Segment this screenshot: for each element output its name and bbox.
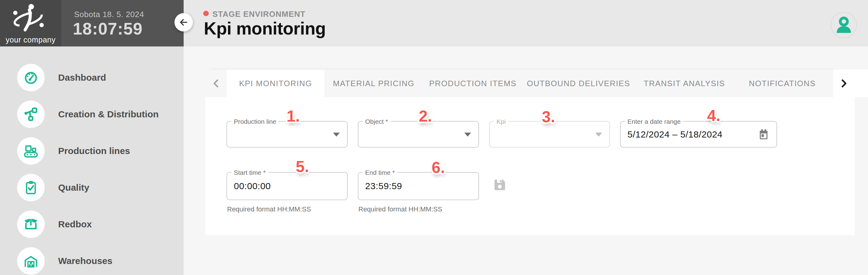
- clock-block: Sobota 18. 5. 2024 18:07:59: [61, 0, 184, 46]
- save-button[interactable]: [493, 178, 507, 192]
- tabs-scroll-left-button[interactable]: [205, 70, 227, 97]
- person-icon: [834, 15, 853, 35]
- company-logo-icon: [9, 2, 52, 34]
- tabs-scroll-right-button[interactable]: [833, 70, 868, 97]
- kpi-monitoring-screen: your company Sobota 18. 5. 2024 18:07:59…: [0, 0, 868, 275]
- sidebar-item-label: Quality: [58, 174, 89, 202]
- annotation-2: 2.: [419, 107, 432, 125]
- chevron-right-icon: [840, 78, 848, 89]
- annotation-6: 6.: [432, 158, 445, 177]
- arrow-left-icon: [179, 17, 189, 28]
- current-date: Sobota 18. 5. 2024: [74, 10, 144, 19]
- sidebar-item-label: Redbox: [58, 210, 92, 238]
- save-icon: [493, 178, 507, 192]
- user-avatar-button[interactable]: [831, 12, 857, 38]
- tab-strip: KPI MONITORING MATERIAL PRICING PRODUCTI…: [205, 70, 833, 97]
- quality-icon: [17, 174, 45, 201]
- chevron-left-icon: [212, 78, 220, 89]
- annotation-1: 1.: [286, 107, 300, 125]
- logo-block: your company: [0, 0, 61, 46]
- dropdown-arrow-icon: [333, 133, 340, 137]
- sidebar-item-production-lines[interactable]: Production lines: [0, 137, 184, 165]
- environment-label: STAGE ENVIRONMENT: [212, 9, 306, 19]
- calendar-icon[interactable]: [757, 128, 770, 141]
- creation-distribution-icon: [17, 101, 45, 128]
- date-range-field[interactable]: Enter a date range 5/12/2024 – 5/18/2024: [620, 121, 777, 147]
- object-select[interactable]: Object *: [358, 121, 479, 147]
- start-time-hint: Required format HH:MM:SS: [227, 205, 311, 213]
- annotation-5: 5.: [296, 158, 309, 176]
- date-range-value: 5/12/2024 – 5/18/2024: [627, 122, 723, 147]
- warehouses-icon: [17, 247, 45, 275]
- page-title: Kpi monitoring: [204, 18, 326, 38]
- dashboard-icon: [17, 64, 45, 91]
- sidebar-item-warehouses[interactable]: Warehouses: [0, 247, 184, 275]
- start-time-value: 00:00:00: [234, 173, 271, 200]
- dropdown-arrow-icon: [464, 133, 471, 137]
- redbox-icon: [17, 210, 45, 238]
- sidebar-item-label: Production lines: [58, 137, 130, 165]
- production-line-label: Production line: [231, 118, 279, 125]
- tab-kpi-monitoring[interactable]: KPI MONITORING: [227, 70, 324, 97]
- end-time-hint: Required format HH:MM:SS: [359, 205, 442, 213]
- sidebar-item-redbox[interactable]: Redbox: [0, 210, 184, 238]
- tab-notifications[interactable]: NOTIFICATIONS: [735, 70, 830, 97]
- current-time: 18:07:59: [73, 19, 143, 38]
- sidebar-item-dashboard[interactable]: Dashboard: [0, 64, 184, 92]
- sidebar-item-label: Warehouses: [58, 247, 112, 275]
- production-lines-icon: [17, 137, 45, 165]
- start-time-input[interactable]: Start time * 00:00:00: [226, 172, 348, 200]
- logo-text: your company: [0, 35, 61, 44]
- back-button[interactable]: [175, 13, 193, 32]
- tab-outbound-deliveries[interactable]: OUTBOUND DELIVERIES: [523, 70, 634, 97]
- sidebar-item-creation-distribution[interactable]: Creation & Distribution: [0, 100, 184, 128]
- end-time-input[interactable]: End time * 23:59:59: [358, 172, 479, 200]
- tab-material-pricing[interactable]: MATERIAL PRICING: [324, 70, 423, 97]
- annotation-3: 3.: [542, 108, 555, 126]
- sidebar-item-label: Dashboard: [58, 64, 106, 92]
- sidebar-item-label: Creation & Distribution: [58, 100, 159, 128]
- annotation-4: 4.: [707, 106, 720, 125]
- dropdown-arrow-icon: [595, 133, 602, 137]
- environment-dot-icon: [203, 11, 209, 16]
- tab-transit-analysis[interactable]: TRANSIT ANALYSIS: [634, 70, 735, 97]
- object-label: Object *: [363, 118, 391, 125]
- kpi-label: Kpi: [494, 118, 508, 125]
- end-time-value: 23:59:59: [365, 173, 402, 200]
- sidebar: Dashboard Creation & Distribution: [0, 46, 184, 275]
- sidebar-item-quality[interactable]: Quality: [0, 174, 184, 202]
- tab-production-items[interactable]: PRODUCTION ITEMS: [423, 70, 523, 97]
